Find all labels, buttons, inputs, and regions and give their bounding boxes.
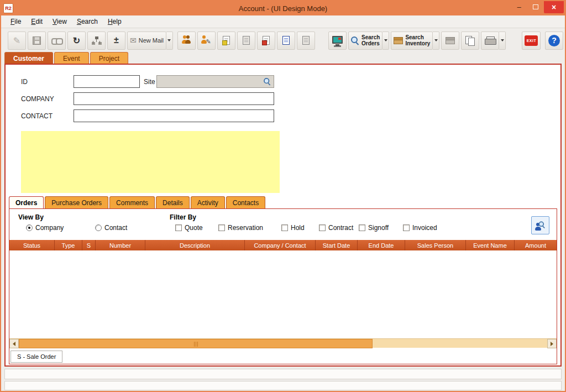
scroll-right-button[interactable] xyxy=(547,339,557,348)
col-event-name[interactable]: Event Name xyxy=(466,240,515,250)
exit-button[interactable]: EXIT xyxy=(522,32,541,50)
scroll-left-button[interactable] xyxy=(9,339,19,348)
document-blue-button[interactable] xyxy=(277,32,295,50)
terminal-button[interactable] xyxy=(328,32,347,50)
checkbox-contract[interactable]: Contract xyxy=(319,224,353,232)
col-type[interactable]: Type xyxy=(55,240,82,250)
subtab-activity[interactable]: Activity xyxy=(191,196,225,208)
radio-company-label[interactable]: Company xyxy=(35,224,64,232)
menu-search[interactable]: Search xyxy=(72,16,103,27)
checkbox-hold-control[interactable] xyxy=(281,224,288,231)
col-description[interactable]: Description xyxy=(145,240,245,250)
subtab-contacts[interactable]: Contacts xyxy=(226,196,265,208)
link-icon xyxy=(51,38,62,44)
checkbox-reservation-control[interactable] xyxy=(218,224,225,231)
col-end-date[interactable]: End Date xyxy=(358,240,405,250)
checkbox-reservation-label[interactable]: Reservation xyxy=(228,224,263,232)
attach-button[interactable] xyxy=(48,32,66,50)
doc-blue-icon xyxy=(282,36,290,45)
print-dropdown[interactable] xyxy=(499,32,506,50)
col-amount[interactable]: Amount xyxy=(515,240,557,250)
refresh-button[interactable]: ↻ xyxy=(67,32,86,50)
minimize-icon: – xyxy=(517,3,521,11)
col-start-date[interactable]: Start Date xyxy=(316,240,358,250)
tab-customer[interactable]: Customer xyxy=(4,52,53,64)
contact-input[interactable] xyxy=(74,109,274,122)
subtab-purchase-orders[interactable]: Purchase Orders xyxy=(45,196,108,208)
checkbox-signoff-control[interactable] xyxy=(359,224,365,231)
checkbox-signoff-label[interactable]: Signoff xyxy=(368,224,389,232)
save-button[interactable] xyxy=(28,32,46,50)
inventory-item-button[interactable] xyxy=(441,32,459,50)
col-company-contact[interactable]: Company / Contact xyxy=(245,240,316,250)
new-mail-button[interactable]: ✉ New Mail xyxy=(127,32,166,50)
adjust-button[interactable]: ± xyxy=(107,32,125,50)
site-search-icon[interactable] xyxy=(264,78,271,85)
menu-help[interactable]: Help xyxy=(103,16,127,27)
copy-button[interactable] xyxy=(461,32,479,50)
document-template-button[interactable] xyxy=(217,32,235,50)
radio-contact-label[interactable]: Contact xyxy=(104,224,127,232)
checkbox-invoiced-label[interactable]: Invoiced xyxy=(412,224,437,232)
menu-view[interactable]: View xyxy=(48,16,72,27)
checkbox-contract-control[interactable] xyxy=(319,224,326,231)
search-customer-button[interactable] xyxy=(531,216,549,234)
orders-table-body[interactable] xyxy=(9,250,557,338)
subtab-orders[interactable]: Orders xyxy=(9,196,44,208)
tab-project[interactable]: Project xyxy=(90,52,128,64)
col-status[interactable]: Status xyxy=(9,240,55,250)
col-sales-person[interactable]: Sales Person xyxy=(405,240,466,250)
subtabs: Orders Purchase Orders Comments Details … xyxy=(9,196,265,208)
document-blank-button[interactable] xyxy=(297,32,315,50)
menubar: File Edit View Search Help xyxy=(1,15,565,28)
checkbox-quote-control[interactable] xyxy=(175,224,182,231)
checkbox-invoiced[interactable]: Invoiced xyxy=(403,224,437,232)
search-inventory-dropdown[interactable] xyxy=(433,32,439,50)
menu-file[interactable]: File xyxy=(6,16,26,27)
menu-edit[interactable]: Edit xyxy=(26,16,48,27)
radio-company-control[interactable] xyxy=(26,224,33,231)
search-inventory-button[interactable]: SearchInventory xyxy=(391,32,433,50)
checkbox-contract-label[interactable]: Contract xyxy=(328,224,353,232)
search-orders-dropdown[interactable] xyxy=(382,32,389,50)
print-button[interactable] xyxy=(481,32,499,50)
minimize-button[interactable]: – xyxy=(511,1,527,12)
titlebar[interactable]: R2 Account - (UI Design Mode) – × xyxy=(1,1,565,15)
company-input[interactable] xyxy=(74,92,274,105)
radio-contact[interactable]: Contact xyxy=(95,224,127,232)
col-number[interactable]: Number xyxy=(96,240,145,250)
subtab-comments[interactable]: Comments xyxy=(109,196,155,208)
site-field[interactable] xyxy=(156,75,274,88)
new-mail-dropdown[interactable] xyxy=(166,32,173,50)
radio-contact-control[interactable] xyxy=(95,224,102,231)
checkbox-signoff[interactable]: Signoff xyxy=(359,224,389,232)
document-flag-button[interactable] xyxy=(257,32,275,50)
checkbox-quote[interactable]: Quote xyxy=(175,224,203,232)
tab-event[interactable]: Event xyxy=(54,52,89,64)
document-plain-button[interactable] xyxy=(237,32,255,50)
horizontal-scrollbar[interactable] xyxy=(9,338,557,348)
legend-sale-order: S - Sale Order xyxy=(11,351,62,363)
scrollbar-thumb[interactable] xyxy=(19,339,373,348)
edit-button[interactable]: ✎ xyxy=(8,32,26,50)
subtab-details[interactable]: Details xyxy=(156,196,190,208)
checkbox-quote-label[interactable]: Quote xyxy=(185,224,203,232)
orders-table-header: Status Type S Number Description Company… xyxy=(9,240,557,250)
close-button[interactable]: × xyxy=(544,1,564,13)
contacts-button[interactable] xyxy=(177,32,196,50)
id-input[interactable] xyxy=(74,75,140,88)
help-icon: ? xyxy=(548,35,560,46)
maximize-button[interactable] xyxy=(527,1,544,12)
hierarchy-button[interactable] xyxy=(87,32,106,50)
checkbox-reservation[interactable]: Reservation xyxy=(218,224,263,232)
notes-area[interactable] xyxy=(21,131,280,193)
search-orders-button[interactable]: SearchOrders xyxy=(348,32,382,50)
radio-company[interactable]: Company xyxy=(26,224,64,232)
help-button[interactable]: ? xyxy=(545,32,563,50)
checkbox-hold-label[interactable]: Hold xyxy=(291,224,305,232)
col-s[interactable]: S xyxy=(82,240,96,250)
checkbox-hold[interactable]: Hold xyxy=(281,224,305,232)
printer-icon xyxy=(485,36,495,45)
edit-contact-button[interactable]: ✎ xyxy=(197,32,216,50)
checkbox-invoiced-control[interactable] xyxy=(403,224,410,231)
